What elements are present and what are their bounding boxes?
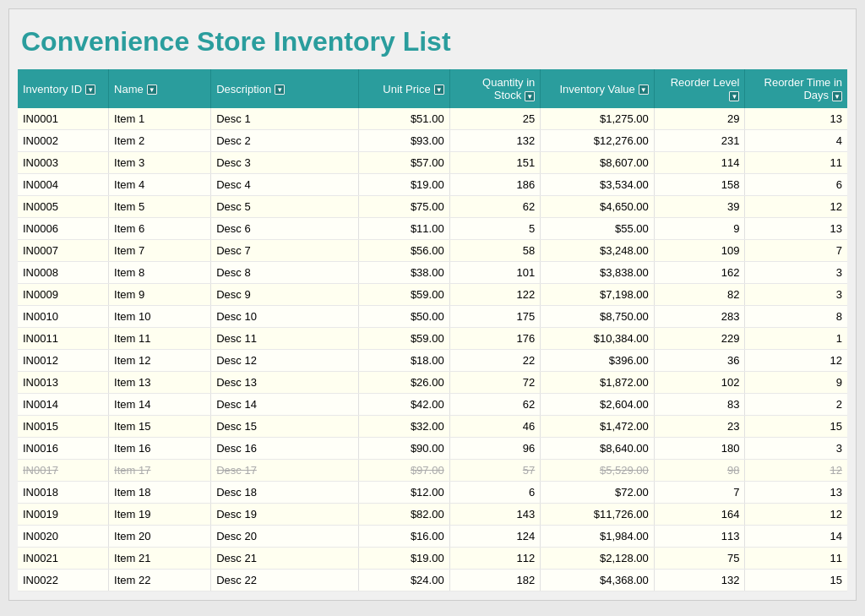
cell-time: 12 — [745, 350, 847, 372]
page-title: Convenience Store Inventory List — [18, 18, 847, 69]
cell-id: IN0019 — [18, 504, 109, 526]
table-row: IN0009Item 9Desc 9$59.00122$7,198.00823 — [18, 284, 847, 306]
cell-reorder: 75 — [654, 548, 745, 570]
cell-time: 9 — [745, 372, 847, 394]
cell-time: 3 — [745, 438, 847, 460]
cell-time: 3 — [745, 262, 847, 284]
header-desc: Description▼ — [211, 69, 359, 108]
filter-icon-inv[interactable]: ▼ — [639, 84, 649, 95]
cell-qty: 22 — [449, 350, 541, 372]
table-row: IN0015Item 15Desc 15$32.0046$1,472.00231… — [18, 416, 847, 438]
cell-qty: 151 — [449, 152, 541, 174]
cell-name: Item 12 — [109, 350, 211, 372]
cell-price: $90.00 — [359, 438, 450, 460]
cell-id: IN0001 — [18, 108, 109, 130]
filter-icon-price[interactable]: ▼ — [434, 84, 444, 95]
cell-id: IN0003 — [18, 152, 109, 174]
cell-id: IN0004 — [18, 174, 109, 196]
header-time: Reorder Time in Days▼ — [745, 69, 847, 108]
cell-time: 12 — [745, 504, 847, 526]
cell-inv: $4,650.00 — [541, 196, 655, 218]
cell-id: IN0016 — [18, 438, 109, 460]
cell-name: Item 6 — [109, 218, 211, 240]
cell-reorder: 164 — [654, 504, 745, 526]
cell-name: Item 5 — [109, 196, 211, 218]
header-price: Unit Price▼ — [359, 69, 450, 108]
cell-desc: Desc 12 — [211, 350, 359, 372]
cell-reorder: 83 — [654, 394, 745, 416]
cell-id: IN0006 — [18, 218, 109, 240]
filter-icon-id[interactable]: ▼ — [85, 84, 95, 95]
cell-price: $56.00 — [359, 240, 450, 262]
cell-id: IN0002 — [18, 130, 109, 152]
cell-id: IN0021 — [18, 548, 109, 570]
cell-price: $16.00 — [359, 526, 450, 548]
cell-reorder: 39 — [654, 196, 745, 218]
cell-id: IN0018 — [18, 482, 109, 504]
filter-icon-reorder[interactable]: ▼ — [729, 91, 739, 101]
cell-desc: Desc 18 — [211, 482, 359, 504]
cell-name: Item 7 — [109, 240, 211, 262]
cell-inv: $3,534.00 — [541, 174, 655, 196]
cell-id: IN0012 — [18, 350, 109, 372]
cell-qty: 6 — [449, 482, 541, 504]
cell-time: 15 — [745, 416, 847, 438]
table-row: IN0002Item 2Desc 2$93.00132$12,276.00231… — [18, 130, 847, 152]
cell-name: Item 17 — [109, 460, 211, 482]
cell-desc: Desc 11 — [211, 328, 359, 350]
cell-reorder: 158 — [654, 174, 745, 196]
cell-reorder: 162 — [654, 262, 745, 284]
cell-desc: Desc 13 — [211, 372, 359, 394]
cell-price: $12.00 — [359, 482, 450, 504]
filter-icon-qty[interactable]: ▼ — [525, 91, 535, 101]
cell-time: 12 — [745, 196, 847, 218]
cell-qty: 46 — [449, 416, 541, 438]
cell-price: $97.00 — [359, 460, 450, 482]
cell-reorder: 102 — [654, 372, 745, 394]
cell-desc: Desc 21 — [211, 548, 359, 570]
table-row: IN0016Item 16Desc 16$90.0096$8,640.00180… — [18, 438, 847, 460]
cell-reorder: 36 — [654, 350, 745, 372]
cell-qty: 62 — [449, 394, 541, 416]
cell-inv: $3,838.00 — [541, 262, 655, 284]
header-name: Name▼ — [109, 69, 211, 108]
cell-name: Item 21 — [109, 548, 211, 570]
cell-qty: 96 — [449, 438, 541, 460]
table-row: IN0021Item 21Desc 21$19.00112$2,128.0075… — [18, 548, 847, 570]
cell-qty: 175 — [449, 306, 541, 328]
cell-desc: Desc 22 — [211, 570, 359, 591]
table-row: IN0003Item 3Desc 3$57.00151$8,607.001141… — [18, 152, 847, 174]
cell-qty: 112 — [449, 548, 541, 570]
cell-name: Item 15 — [109, 416, 211, 438]
cell-name: Item 20 — [109, 526, 211, 548]
cell-time: 4 — [745, 130, 847, 152]
cell-desc: Desc 10 — [211, 306, 359, 328]
cell-inv: $10,384.00 — [541, 328, 655, 350]
cell-qty: 25 — [449, 108, 541, 130]
cell-inv: $8,607.00 — [541, 152, 655, 174]
cell-time: 11 — [745, 548, 847, 570]
cell-price: $82.00 — [359, 504, 450, 526]
filter-icon-time[interactable]: ▼ — [832, 91, 842, 101]
cell-time: 15 — [745, 570, 847, 591]
cell-inv: $12,276.00 — [541, 130, 655, 152]
cell-price: $18.00 — [359, 350, 450, 372]
cell-desc: Desc 7 — [211, 240, 359, 262]
cell-qty: 122 — [449, 284, 541, 306]
cell-name: Item 9 — [109, 284, 211, 306]
cell-id: IN0008 — [18, 262, 109, 284]
cell-inv: $2,604.00 — [541, 394, 655, 416]
cell-time: 8 — [745, 306, 847, 328]
filter-icon-name[interactable]: ▼ — [147, 84, 157, 95]
cell-inv: $1,275.00 — [541, 108, 655, 130]
cell-qty: 58 — [449, 240, 541, 262]
table-row: IN0013Item 13Desc 13$26.0072$1,872.00102… — [18, 372, 847, 394]
cell-desc: Desc 20 — [211, 526, 359, 548]
cell-desc: Desc 3 — [211, 152, 359, 174]
cell-reorder: 180 — [654, 438, 745, 460]
cell-inv: $1,472.00 — [541, 416, 655, 438]
table-row: IN0006Item 6Desc 6$11.005$55.00913 — [18, 218, 847, 240]
cell-time: 11 — [745, 152, 847, 174]
filter-icon-desc[interactable]: ▼ — [275, 84, 285, 95]
table-row: IN0022Item 22Desc 22$24.00182$4,368.0013… — [18, 570, 847, 591]
